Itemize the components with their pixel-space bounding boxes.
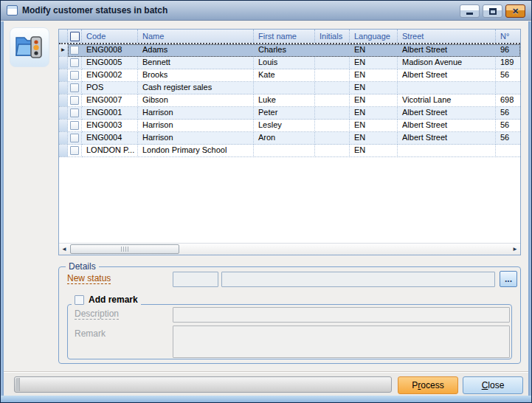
cell-nr [496, 145, 520, 157]
table-row[interactable]: ENG0003HarrisonLesleyENAlbert Street56 [59, 120, 520, 132]
row-checkbox[interactable] [68, 145, 82, 157]
scrollbar-grip-icon [121, 247, 129, 252]
cell-name: Cash register sales [138, 82, 254, 94]
process-button[interactable]: Process [398, 376, 458, 394]
select-all-checkbox[interactable] [68, 30, 82, 43]
cell-language: EN [350, 69, 398, 82]
cell-nr: 56 [496, 69, 520, 82]
table-row[interactable]: POSCash register salesEN [59, 82, 520, 94]
cell-name: Adams [138, 44, 254, 57]
column-header-first-name[interactable]: First name [254, 30, 315, 43]
row-selector-cell[interactable] [59, 57, 68, 69]
cell-initials [315, 94, 350, 107]
row-checkbox[interactable] [68, 69, 82, 82]
maximize-button[interactable] [483, 4, 502, 18]
table-row[interactable]: ENG0004HarrisonAronENAlbert Street56 [59, 132, 520, 145]
row-selector-cell[interactable] [59, 132, 68, 145]
cell-initials [315, 120, 350, 132]
grid-rows: ►ENG0008AdamsCharlesENAlbert Street96ENG… [59, 44, 520, 157]
cell-initials [315, 107, 350, 120]
minimize-icon [466, 13, 473, 15]
cell-street [398, 145, 496, 157]
cell-first_name: Aron [254, 132, 315, 145]
column-header-initials[interactable]: Initials [315, 30, 350, 43]
row-checkbox[interactable] [68, 120, 82, 132]
cell-language: EN [350, 120, 398, 132]
row-checkbox[interactable] [68, 82, 82, 94]
row-selector-cell[interactable] [59, 82, 68, 94]
row-selector-cell[interactable] [59, 145, 68, 157]
cell-first_name [254, 145, 315, 157]
remark-input[interactable] [173, 326, 510, 358]
cell-street: Madison Avenue [398, 57, 496, 69]
row-selector-cell[interactable] [59, 107, 68, 120]
add-remark-label: Add remark [89, 294, 138, 305]
cell-street: Albert Street [398, 44, 496, 57]
new-status-code-input[interactable] [173, 272, 218, 287]
row-selector-cell[interactable] [59, 120, 68, 132]
cell-street: Albert Street [398, 120, 496, 132]
cell-code: LONDON P... [82, 145, 138, 157]
table-row[interactable]: ►ENG0008AdamsCharlesENAlbert Street96 [59, 44, 520, 57]
scroll-right-arrow-icon[interactable]: ► [510, 246, 520, 252]
table-row[interactable]: ENG0001HarrisonPeterENAlbert Street56 [59, 107, 520, 120]
cell-code: ENG0008 [82, 44, 138, 57]
row-checkbox[interactable] [68, 57, 82, 69]
cell-street: Albert Street [398, 107, 496, 120]
header-selector-cell [59, 30, 68, 43]
minimize-button[interactable] [460, 4, 480, 18]
cell-name: Harrison [138, 120, 254, 132]
column-header-street[interactable]: Street [398, 30, 496, 43]
column-header-name[interactable]: Name [138, 30, 254, 43]
checkbox-icon [70, 71, 79, 80]
cell-language: EN [350, 107, 398, 120]
cell-nr: 56 [496, 107, 520, 120]
browse-status-button[interactable]: ... [500, 271, 517, 287]
horizontal-scrollbar[interactable]: ◄ ► [59, 243, 520, 255]
row-checkbox[interactable] [68, 132, 82, 145]
column-header-number[interactable]: N° [496, 30, 520, 43]
new-status-name-input[interactable] [221, 272, 495, 287]
close-action-button[interactable]: Close [463, 376, 523, 394]
dialog-window: Modify customer statuses in batch ✕ Code… [0, 0, 532, 403]
cell-initials [315, 69, 350, 82]
add-remark-checkbox[interactable]: Add remark [72, 294, 141, 305]
row-selector-cell[interactable] [59, 69, 68, 82]
new-status-label[interactable]: New status [67, 273, 111, 284]
cell-street [398, 82, 496, 94]
checkbox-icon [75, 295, 84, 305]
close-icon: ✕ [512, 7, 519, 16]
window-frame-left [1, 21, 4, 402]
titlebar[interactable]: Modify customer statuses in batch ✕ [1, 1, 531, 21]
close-window-button[interactable]: ✕ [505, 4, 525, 18]
row-selector-cell[interactable]: ► [59, 44, 68, 57]
checkbox-icon [70, 32, 80, 41]
scrollbar-thumb[interactable] [70, 244, 179, 254]
cell-code: ENG0001 [82, 107, 138, 120]
checkbox-icon [70, 134, 79, 142]
table-row[interactable]: ENG0007GibsonLukeENVicotrial Lane698 [59, 94, 520, 107]
description-input[interactable] [173, 307, 510, 323]
row-checkbox[interactable] [68, 107, 82, 120]
checkbox-icon [70, 146, 79, 155]
cell-first_name: Kate [254, 69, 315, 82]
cell-name: Bennett [138, 57, 254, 69]
scroll-left-arrow-icon[interactable]: ◄ [59, 246, 69, 252]
cell-code: ENG0002 [82, 69, 138, 82]
table-row[interactable]: ENG0005BennettLouisENMadison Avenue189 [59, 57, 520, 69]
grid-header-row: Code Name First name Initials Language S… [59, 30, 520, 44]
column-header-language[interactable]: Language [350, 30, 398, 43]
row-checkbox[interactable] [68, 94, 82, 107]
row-checkbox[interactable] [68, 44, 82, 57]
column-header-code[interactable]: Code [82, 30, 138, 43]
cell-initials [315, 145, 350, 157]
progress-bar-cap [15, 378, 20, 391]
table-row[interactable]: LONDON P...London Primary SchoolEN [59, 145, 520, 157]
cell-nr [496, 82, 520, 94]
cell-nr: 189 [496, 57, 520, 69]
cell-nr: 96 [496, 44, 520, 57]
batch-status-app-icon [10, 27, 49, 67]
row-selector-cell[interactable] [59, 94, 68, 107]
table-row[interactable]: ENG0002BrooksKateENAlbert Street56 [59, 69, 520, 82]
cell-first_name: Louis [254, 57, 315, 69]
